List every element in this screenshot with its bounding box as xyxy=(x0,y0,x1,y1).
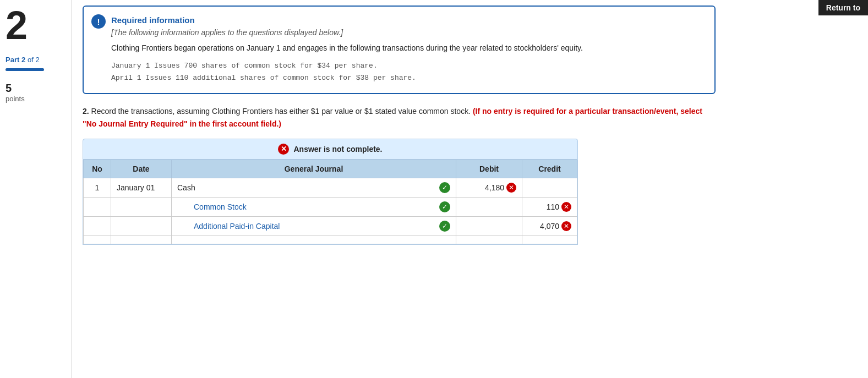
table-row: 1January 01Cash✓4,180✕ xyxy=(84,178,577,197)
progress-bar-fill xyxy=(6,68,44,71)
question-number-label: 2. xyxy=(83,107,89,116)
info-box-title: Required information xyxy=(111,15,703,25)
credit-value: 4,070 xyxy=(540,222,559,231)
part-indicator: Part 2 of 2 xyxy=(6,55,40,64)
th-general-journal: General Journal xyxy=(172,160,456,178)
question-text-normal: Record the transactions, assuming Clothi… xyxy=(91,107,471,116)
cell-date xyxy=(111,197,172,216)
sidebar: 2 Part 2 of 2 5 points xyxy=(0,0,72,378)
info-icon: ! xyxy=(91,14,106,29)
cell-debit[interactable] xyxy=(456,216,522,235)
account-name: Additional Paid-in Capital xyxy=(177,222,280,231)
account-name: Common Stock xyxy=(177,202,247,211)
cell-date xyxy=(111,235,172,244)
th-no: No xyxy=(84,160,111,178)
answer-banner-icon: ✕ xyxy=(278,144,289,155)
cell-account[interactable] xyxy=(172,235,456,244)
account-name: Cash xyxy=(177,183,195,192)
table-header-row: No Date General Journal Debit Credit xyxy=(84,160,577,178)
cell-credit[interactable] xyxy=(522,178,577,197)
code-line-2: April 1 Issues 110 additional shares of … xyxy=(111,72,703,84)
credit-value: 110 xyxy=(547,202,559,211)
cell-date xyxy=(111,216,172,235)
journal-table-wrapper: No Date General Journal Debit Credit 1Ja… xyxy=(83,160,578,245)
cell-no xyxy=(84,235,111,244)
part-of: of 2 xyxy=(28,56,40,64)
table-row: Common Stock✓110✕ xyxy=(84,197,577,216)
cell-no: 1 xyxy=(84,178,111,197)
error-icon: ✕ xyxy=(561,221,571,231)
cell-no xyxy=(84,216,111,235)
table-row: Additional Paid-in Capital✓4,070✕ xyxy=(84,216,577,235)
cell-account[interactable]: Additional Paid-in Capital✓ xyxy=(172,216,456,235)
cell-credit[interactable]: 4,070✕ xyxy=(522,216,577,235)
debit-value: 4,180 xyxy=(485,183,504,192)
cell-credit[interactable] xyxy=(522,235,577,244)
cell-account[interactable]: Cash✓ xyxy=(172,178,456,197)
main-content: Return to ! Required information [The fo… xyxy=(72,0,868,378)
cell-date: January 01 xyxy=(111,178,172,197)
answer-banner-text: Answer is not complete. xyxy=(293,145,382,154)
progress-bar xyxy=(6,68,44,71)
error-icon: ✕ xyxy=(561,202,571,212)
cell-debit[interactable] xyxy=(456,197,522,216)
points-label: points xyxy=(6,95,25,103)
part-label: Part 2 xyxy=(6,56,25,64)
cell-no xyxy=(84,197,111,216)
cell-account[interactable]: Common Stock✓ xyxy=(172,197,456,216)
info-box: ! Required information [The following in… xyxy=(83,6,716,94)
th-date: Date xyxy=(111,160,172,178)
check-icon: ✓ xyxy=(439,201,450,212)
error-icon: ✕ xyxy=(506,183,516,193)
info-box-body: Clothing Frontiers began operations on J… xyxy=(111,43,703,52)
answer-banner: ✕ Answer is not complete. xyxy=(83,139,578,160)
info-box-code: January 1 Issues 700 shares of common st… xyxy=(111,60,703,84)
check-icon: ✓ xyxy=(439,182,450,193)
code-line-1: January 1 Issues 700 shares of common st… xyxy=(111,60,703,72)
journal-table: No Date General Journal Debit Credit 1Ja… xyxy=(83,160,577,244)
question-number: 2 xyxy=(6,6,28,45)
cell-debit[interactable]: 4,180✕ xyxy=(456,178,522,197)
question-instruction: 2. Record the transactions, assuming Clo… xyxy=(83,105,716,130)
cell-debit[interactable] xyxy=(456,235,522,244)
check-icon: ✓ xyxy=(439,221,450,232)
info-box-subtitle: [The following information applies to th… xyxy=(111,28,703,37)
th-credit: Credit xyxy=(522,160,577,178)
return-button[interactable]: Return to xyxy=(818,0,868,15)
table-row xyxy=(84,235,577,244)
th-debit: Debit xyxy=(456,160,522,178)
cell-credit[interactable]: 110✕ xyxy=(522,197,577,216)
points-value: 5 xyxy=(6,82,12,95)
